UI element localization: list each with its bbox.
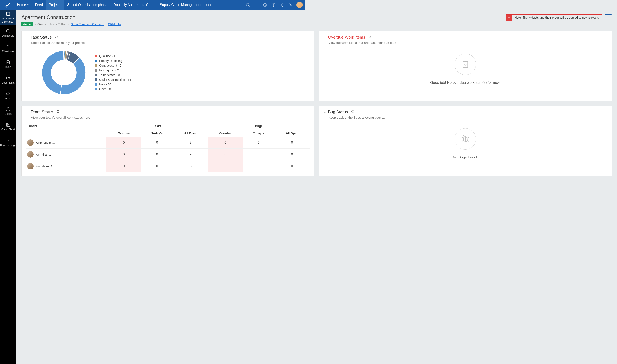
cell-bugs-open: 0 (274, 160, 305, 172)
user-avatar[interactable] (296, 2, 303, 8)
legend-swatch (95, 74, 97, 76)
owner-name: Helen Collins (49, 23, 67, 26)
legend-label: To be tested - 3 (99, 73, 120, 77)
plus-icon[interactable] (269, 0, 278, 10)
table-row[interactable]: Ajith Kevin … 0 0 8 0 0 0 (26, 137, 305, 149)
cell-tasks-today: 0 (141, 160, 173, 172)
nav-projects[interactable]: Projects (46, 0, 64, 10)
sidebar-item-project[interactable]: Apartment Construc… (0, 10, 16, 25)
sidebar-item-label: Forums (4, 97, 13, 100)
refresh-icon[interactable] (55, 35, 58, 39)
sidebar-item-label: Tasks (5, 65, 12, 68)
user-avatar-icon (27, 139, 34, 146)
widget-grid: ⠿ Task Status Keep track of the tasks in… (16, 28, 305, 180)
legend-item[interactable]: In Progress - 2 (95, 68, 131, 72)
page-header: Apartment Construction Active · Owner: H… (16, 10, 305, 28)
nav-home[interactable]: Home▼ (14, 0, 32, 10)
svg-rect-1 (255, 4, 258, 6)
legend-swatch (95, 64, 97, 67)
svg-point-7 (7, 108, 9, 109)
sidebar-item-label: Bugs Settings (0, 144, 16, 147)
legend-item[interactable]: Qualified - 1 (95, 54, 131, 58)
sidebar-item-documents[interactable]: Documents (0, 72, 16, 88)
cell-bugs-today: 0 (243, 160, 274, 172)
cell-bugs-overdue: 0 (208, 160, 243, 172)
legend-item[interactable]: Contract sent - 2 (95, 64, 131, 67)
donut-chart (39, 48, 89, 97)
user-name: Ajith Kevin … (36, 141, 55, 144)
legend-item[interactable]: New - 70 (95, 83, 131, 86)
sidebar-item-label: Gantt Chart (1, 128, 15, 131)
subcol-allopen: All Open (173, 130, 208, 137)
sidebar: Apartment Construc… Dashboard Milestones… (0, 10, 16, 180)
nav-tab-2[interactable]: Supply Chain Management (157, 0, 204, 10)
sidebar-item-label: Milestones (2, 50, 14, 53)
sidebar-item-users[interactable]: Users (0, 104, 16, 119)
legend-label: In Progress - 2 (99, 68, 119, 72)
search-icon[interactable] (244, 0, 252, 10)
user-avatar-icon (27, 163, 34, 169)
cell-bugs-today: 0 (243, 137, 274, 149)
col-bugs: Bugs (208, 123, 305, 130)
sidebar-item-label: Dashboard (2, 34, 14, 37)
table-row[interactable]: Anushree Bo… 0 0 3 0 0 0 (26, 160, 305, 172)
cell-bugs-open: 0 (274, 149, 305, 160)
refresh-icon[interactable] (56, 110, 60, 114)
sidebar-item-bugs-settings[interactable]: Bugs Settings (0, 135, 16, 150)
svg-point-0 (246, 3, 249, 6)
cell-bugs-open: 0 (274, 137, 305, 149)
legend-item[interactable]: Prototype Testing - 1 (95, 59, 131, 63)
widget-title: Task Status (31, 35, 52, 39)
page-meta: Active · Owner: Helen Collins · Show Tem… (21, 22, 121, 26)
sidebar-item-forums[interactable]: Forums (0, 88, 16, 104)
legend-item[interactable]: Under Construction - 14 (95, 78, 131, 81)
topbar: Home▼ Feed Projects Speed Optimisation p… (0, 0, 305, 10)
bell-icon[interactable] (278, 0, 286, 10)
nav-tab-1[interactable]: Donnelly Apartments Co… (110, 0, 157, 10)
legend-swatch (95, 88, 97, 90)
team-table: Users Tasks Bugs Overdue Today's All Ope… (26, 123, 305, 172)
sidebar-item-dashboard[interactable]: Dashboard (0, 25, 16, 41)
legend-swatch (95, 83, 97, 86)
main-content: Apartment Construction Active · Owner: H… (16, 10, 305, 180)
subcol-today: Today's (141, 130, 173, 137)
template-overview-link[interactable]: Show Template Overvi… (71, 23, 104, 26)
donut-slice[interactable] (64, 51, 64, 60)
sidebar-item-label: Documents (2, 81, 15, 84)
sidebar-item-label: Users (5, 112, 11, 116)
drag-handle-icon[interactable]: ⠿ (26, 110, 28, 114)
subcol-allopen: All Open (274, 130, 305, 137)
user-cell: Amritha Agr… (27, 151, 106, 157)
legend-swatch (95, 78, 97, 81)
legend-label: Open - 83 (99, 87, 112, 91)
widget-team-status: ⠿ Team Status View your team's overall w… (21, 105, 305, 176)
sidebar-item-gantt[interactable]: Gantt Chart (0, 119, 16, 135)
legend-swatch (95, 60, 97, 62)
gamepad-icon[interactable] (252, 0, 261, 10)
subcol-overdue: Overdue (208, 130, 243, 137)
legend-label: New - 70 (99, 83, 111, 86)
user-cell: Ajith Kevin … (27, 139, 106, 146)
sidebar-item-milestones[interactable]: Milestones (0, 41, 16, 56)
nav-tab-0[interactable]: Speed Optimisation phase (64, 0, 110, 10)
donut-slice[interactable] (42, 51, 64, 94)
nav-more-icon[interactable]: ○○○ (206, 3, 212, 6)
table-row[interactable]: Amritha Agr… 0 0 9 0 0 0 (26, 149, 305, 160)
subcol-today: Today's (243, 130, 274, 137)
crm-info-link[interactable]: CRM Info (108, 23, 121, 26)
donut-slice[interactable] (64, 51, 65, 60)
app-logo[interactable] (2, 2, 14, 8)
tools-icon[interactable] (286, 0, 295, 10)
legend-label: Qualified - 1 (99, 54, 115, 58)
clock-icon[interactable] (261, 0, 269, 10)
cell-tasks-overdue: 0 (107, 160, 141, 172)
drag-handle-icon[interactable]: ⠿ (26, 36, 28, 39)
cell-tasks-overdue: 0 (107, 149, 141, 160)
legend-label: Contract sent - 2 (99, 64, 121, 67)
nav-feed[interactable]: Feed (32, 0, 46, 10)
legend-item[interactable]: Open - 83 (95, 87, 131, 91)
legend-item[interactable]: To be tested - 3 (95, 73, 131, 77)
cell-tasks-today: 0 (141, 149, 173, 160)
sidebar-item-tasks[interactable]: Tasks (0, 56, 16, 72)
legend-label: Under Construction - 14 (99, 78, 131, 81)
